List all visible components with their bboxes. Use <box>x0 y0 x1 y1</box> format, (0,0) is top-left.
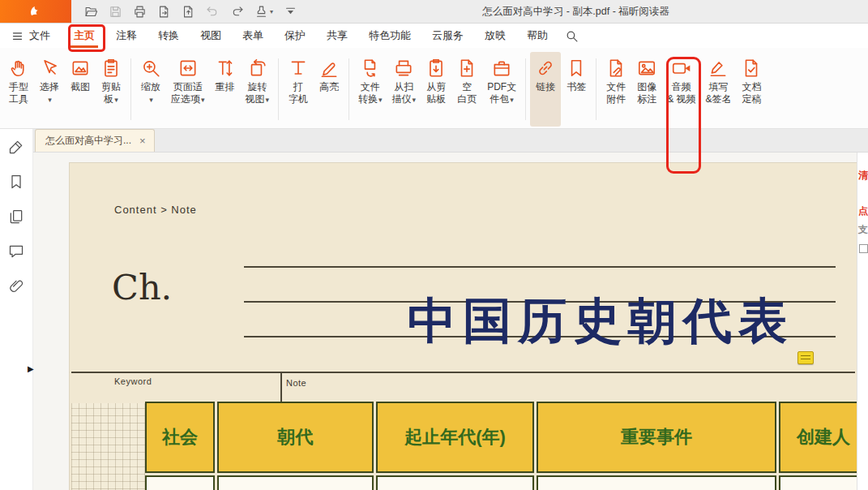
label-line: 填写 <box>708 81 728 92</box>
bookmarks-icon[interactable] <box>8 174 24 190</box>
menu-tab-convert[interactable]: 转换 <box>148 24 190 48</box>
label-line: 缩放 <box>141 81 160 92</box>
tab-close-icon[interactable]: × <box>139 135 146 146</box>
ribbon-button-from-scanner[interactable]: 从扫描仪▾ <box>387 52 421 127</box>
pages-icon[interactable] <box>8 208 24 225</box>
ribbon-button-file-convert[interactable]: 文件转换▾ <box>353 52 387 127</box>
ribbon-button-label: 音频& 视频 <box>667 81 695 105</box>
ribbon-button-hand-tool[interactable]: 手型工具 <box>3 52 34 127</box>
ribbon-button-zoom[interactable]: 缩放▾ <box>135 52 166 127</box>
open-file-button[interactable] <box>84 5 98 19</box>
sidebar-expand-button[interactable]: ▶ <box>28 364 34 373</box>
hand-icon <box>8 55 29 81</box>
undo-button[interactable] <box>206 5 220 19</box>
foxit-logo-icon <box>28 3 44 19</box>
attachments-icon[interactable] <box>8 278 24 294</box>
comments-icon[interactable] <box>8 243 24 260</box>
save-button[interactable] <box>109 5 122 19</box>
label-line: 应选项 <box>171 93 200 105</box>
menu-tab-features[interactable]: 特色功能 <box>358 24 421 48</box>
ribbon-button-highlight[interactable]: 高亮 <box>314 52 344 127</box>
sticky-note-annotation-icon[interactable] <box>797 351 814 364</box>
video-icon <box>671 55 692 81</box>
ribbon-button-label: 填写&签名 <box>705 81 731 105</box>
label-line: 截图 <box>71 81 90 92</box>
redo-button[interactable] <box>230 5 244 19</box>
panel-item: 点 <box>858 206 868 216</box>
ribbon-button-reflow[interactable]: 重排 <box>210 52 241 127</box>
ribbon-button-blank-page[interactable]: 空白页 <box>451 52 482 127</box>
table-body-cell <box>537 475 776 490</box>
menu-tab-share[interactable]: 共享 <box>316 24 358 48</box>
menu-tab-home[interactable]: 主页 <box>63 24 105 48</box>
reflow-icon <box>215 55 236 81</box>
menu-file-button[interactable]: 文件 <box>11 28 50 43</box>
ribbon-button-pdf-package[interactable]: PDF文件包▾ <box>482 52 521 127</box>
ribbon-button-label: 从剪贴板 <box>426 81 446 105</box>
search-icon[interactable] <box>565 29 579 43</box>
table-header-cell: 起止年代(年) <box>376 402 534 473</box>
label-line: 链接 <box>536 81 555 92</box>
ribbon-button-from-clipboard[interactable]: 从剪贴板 <box>421 52 451 127</box>
print-button[interactable] <box>133 5 147 19</box>
foxit-logo <box>0 0 71 23</box>
ribbon-button-audio-video[interactable]: 音频& 视频 <box>662 52 700 127</box>
label-line: 音频 <box>672 81 691 92</box>
scanner-icon <box>393 55 414 81</box>
right-panel: 清点支 <box>857 153 868 490</box>
ribbon-button-typewriter[interactable]: 打字机 <box>283 52 314 127</box>
ribbon-button-label: 文件转换▾ <box>358 81 383 106</box>
document-tab[interactable]: 怎么面对高中学习... × <box>35 129 155 152</box>
zoom-icon <box>140 55 161 81</box>
convert-icon <box>360 55 381 81</box>
ribbon-button-image-annotation[interactable]: 图像标注 <box>631 52 662 127</box>
ribbon-button-doc-finalize[interactable]: 文档定稿 <box>736 52 767 127</box>
column-divider-line <box>280 372 282 402</box>
image-icon <box>636 55 657 81</box>
dropdown-arrow-icon: ▾ <box>270 8 273 15</box>
ribbon-button-link[interactable]: 链接 <box>530 52 561 127</box>
table-body-cell <box>145 475 215 490</box>
menu-tab-view[interactable]: 视图 <box>190 24 232 48</box>
menu-tab-help[interactable]: 帮助 <box>516 24 558 48</box>
label-line: 旋转 <box>247 81 267 92</box>
dropdown-arrow-icon: ▾ <box>201 96 205 104</box>
chapter-label: Ch. <box>112 267 172 307</box>
export-pdf-button[interactable] <box>157 5 171 19</box>
ribbon-button-page-fit-options[interactable]: 页面适应选项▾ <box>166 52 210 127</box>
dynasty-table: 社会朝代起止年代(年)重要事件创建人 <box>145 402 857 490</box>
menu-tab-present[interactable]: 放映 <box>474 24 516 48</box>
ribbon-button-label: 打字机 <box>289 81 308 105</box>
ribbon-button-label: 页面适应选项▾ <box>171 81 205 106</box>
label-line: 定稿 <box>742 93 761 105</box>
ribbon-button-file-attachment[interactable]: 文件附件 <box>601 52 631 127</box>
panel-checkbox[interactable] <box>859 244 868 253</box>
ribbon-button-label: 链接 <box>536 81 555 93</box>
ribbon-button-snapshot[interactable]: 截图 <box>65 52 96 127</box>
ribbon-button-select-tool[interactable]: 选择▾ <box>34 52 65 127</box>
customize-toolbar-button[interactable] <box>284 5 297 19</box>
ribbon-button-fill-sign[interactable]: 填写&签名 <box>700 52 736 127</box>
ribbon-button-clipboard[interactable]: 剪贴板▾ <box>96 52 126 127</box>
label-line: 从扫 <box>394 81 413 92</box>
label-line: 板 <box>104 93 113 105</box>
menu-tab-protect[interactable]: 保护 <box>274 24 316 48</box>
label-line: 高亮 <box>319 81 339 92</box>
stamp-tool-button[interactable]: ▾ <box>254 5 273 19</box>
dropdown-arrow-icon: ▾ <box>378 96 383 104</box>
ribbon-button-bookmark[interactable]: 书签 <box>561 52 592 127</box>
ribbon-button-label: 高亮 <box>319 81 339 93</box>
ruled-line <box>244 266 836 268</box>
label-line: 标注 <box>637 93 656 105</box>
rotate-icon <box>246 55 267 81</box>
menu-tab-form[interactable]: 表单 <box>232 24 274 48</box>
quick-access-toolbar: ▾ <box>84 5 297 19</box>
menu-tab-comment[interactable]: 注释 <box>105 24 148 48</box>
pen-icon[interactable] <box>8 139 24 155</box>
create-pdf-button[interactable] <box>182 5 195 19</box>
menu-tab-cloud[interactable]: 云服务 <box>421 24 474 48</box>
section-divider-line <box>71 372 855 373</box>
note-label: Note <box>286 378 306 388</box>
ribbon-button-rotate-view[interactable]: 旋转视图▾ <box>241 52 275 127</box>
label-line: 描仪 <box>392 93 412 105</box>
